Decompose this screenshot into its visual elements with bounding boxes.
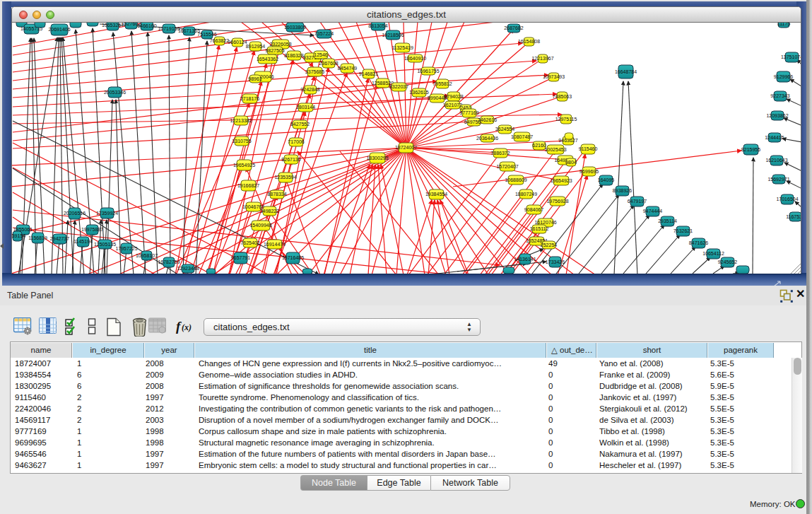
svg-text:12923448: 12923448 bbox=[177, 266, 199, 271]
svg-text:164095: 164095 bbox=[598, 177, 614, 182]
svg-text:2942737: 2942737 bbox=[50, 236, 69, 241]
svg-text:9827505: 9827505 bbox=[265, 48, 284, 53]
svg-text:7462616: 7462616 bbox=[478, 117, 497, 122]
svg-text:7663822: 7663822 bbox=[210, 38, 229, 43]
svg-text:8215955: 8215955 bbox=[741, 147, 760, 152]
svg-text:11175: 11175 bbox=[777, 23, 791, 26]
svg-text:8938926: 8938926 bbox=[613, 188, 632, 193]
svg-text:8427552: 8427552 bbox=[290, 122, 310, 127]
svg-text:252254: 252254 bbox=[541, 243, 557, 247]
svg-text:18724007: 18724007 bbox=[395, 145, 417, 150]
svg-text:12213967: 12213967 bbox=[531, 56, 553, 61]
svg-text:1156819: 1156819 bbox=[28, 235, 47, 240]
svg-text:3375685: 3375685 bbox=[305, 69, 324, 74]
svg-text:20206516: 20206516 bbox=[64, 211, 86, 216]
svg-text:10973493: 10973493 bbox=[543, 74, 565, 79]
svg-text:9657791: 9657791 bbox=[231, 255, 250, 260]
svg-text:7955812: 7955812 bbox=[433, 81, 452, 86]
svg-text:9129966: 9129966 bbox=[774, 74, 793, 79]
svg-text:17016504: 17016504 bbox=[776, 197, 798, 201]
svg-text:8912954: 8912954 bbox=[246, 44, 265, 49]
svg-text:(x): (x) bbox=[182, 322, 192, 332]
svg-text:8471626: 8471626 bbox=[689, 240, 708, 245]
svg-text:19756928: 19756928 bbox=[546, 199, 568, 204]
svg-text:3624554: 3624554 bbox=[495, 127, 514, 132]
svg-text:19166827: 19166827 bbox=[237, 183, 259, 188]
svg-text:f: f bbox=[176, 319, 182, 334]
svg-text:6479197: 6479197 bbox=[628, 199, 647, 204]
svg-text:16543362: 16543362 bbox=[257, 57, 278, 62]
svg-text:9242848: 9242848 bbox=[300, 87, 319, 92]
svg-text:2935114: 2935114 bbox=[658, 218, 677, 223]
svg-text:10653267: 10653267 bbox=[102, 23, 124, 28]
svg-text:98961: 98961 bbox=[248, 76, 262, 81]
svg-text:717006: 717006 bbox=[288, 139, 304, 144]
svg-text:10719155: 10719155 bbox=[158, 26, 180, 31]
svg-text:1615112: 1615112 bbox=[530, 226, 549, 231]
svg-text:2803144: 2803144 bbox=[296, 105, 315, 110]
svg-text:2718176: 2718176 bbox=[240, 96, 259, 101]
svg-text:9146821: 9146821 bbox=[359, 71, 378, 76]
svg-text:16782759: 16782759 bbox=[158, 259, 180, 264]
svg-text:11325419: 11325419 bbox=[392, 45, 413, 50]
svg-text:19384554: 19384554 bbox=[425, 192, 447, 197]
svg-text:15716485: 15716485 bbox=[282, 255, 304, 260]
svg-text:7357224: 7357224 bbox=[314, 31, 334, 36]
svg-text:9777169: 9777169 bbox=[459, 110, 478, 115]
svg-text:9660124: 9660124 bbox=[228, 40, 247, 45]
svg-text:6466160: 6466160 bbox=[137, 23, 156, 28]
svg-text:16648784: 16648784 bbox=[615, 69, 637, 74]
svg-text:15409948: 15409948 bbox=[249, 223, 271, 228]
svg-text:15692971: 15692971 bbox=[767, 177, 789, 182]
svg-text:1362615: 1362615 bbox=[409, 90, 428, 95]
svg-text:12505135: 12505135 bbox=[94, 242, 116, 247]
svg-text:12975115: 12975115 bbox=[555, 117, 577, 122]
svg-text:16210643: 16210643 bbox=[765, 158, 787, 163]
svg-text:6794028: 6794028 bbox=[444, 94, 463, 99]
svg-text:1310755: 1310755 bbox=[232, 139, 251, 144]
svg-text:20053346: 20053346 bbox=[104, 90, 126, 95]
svg-text:12353594: 12353594 bbox=[274, 175, 296, 180]
svg-text:8267130: 8267130 bbox=[281, 157, 300, 162]
svg-text:1167534: 1167534 bbox=[786, 214, 801, 219]
svg-text:2367608: 2367608 bbox=[319, 61, 338, 66]
svg-text:2687682: 2687682 bbox=[504, 25, 523, 30]
svg-text:8454749: 8454749 bbox=[338, 66, 357, 71]
svg-text:10025453: 10025453 bbox=[544, 147, 566, 152]
svg-text:8322037: 8322037 bbox=[389, 84, 408, 89]
svg-text:20691406: 20691406 bbox=[48, 27, 70, 32]
svg-text:8878334: 8878334 bbox=[267, 192, 286, 197]
svg-text:9227343: 9227343 bbox=[770, 93, 789, 98]
svg-text:9699695: 9699695 bbox=[579, 169, 599, 174]
svg-text:9474444: 9474444 bbox=[643, 209, 662, 214]
svg-text:19975887: 19975887 bbox=[81, 227, 103, 232]
svg-text:19654923: 19654923 bbox=[550, 178, 572, 183]
svg-text:17359924: 17359924 bbox=[96, 211, 118, 216]
svg-text:10958107: 10958107 bbox=[136, 253, 158, 258]
svg-text:9084067: 9084067 bbox=[524, 207, 543, 212]
svg-text:13751074: 13751074 bbox=[781, 54, 801, 59]
svg-text:8813054: 8813054 bbox=[368, 23, 387, 28]
svg-text:10688609: 10688609 bbox=[505, 177, 526, 182]
svg-text:9245652: 9245652 bbox=[718, 259, 737, 264]
svg-text:16120746: 16120746 bbox=[534, 220, 556, 225]
svg-text:19654925: 19654925 bbox=[233, 163, 255, 168]
svg-text:8186328: 8186328 bbox=[284, 53, 303, 58]
svg-text:7886372: 7886372 bbox=[490, 151, 510, 156]
svg-text:18807249: 18807249 bbox=[515, 192, 537, 197]
svg-text:1733426: 1733426 bbox=[546, 259, 565, 264]
svg-text:10807487: 10807487 bbox=[511, 134, 533, 139]
svg-text:18300295: 18300295 bbox=[366, 156, 388, 160]
svg-text:18640910: 18640910 bbox=[404, 56, 426, 61]
svg-text:7485063: 7485063 bbox=[553, 94, 572, 99]
svg-text:7632621: 7632621 bbox=[673, 228, 693, 233]
svg-text:14136141: 14136141 bbox=[514, 257, 536, 262]
svg-text:12546: 12546 bbox=[314, 52, 328, 57]
svg-text:19218506: 19218506 bbox=[382, 33, 404, 37]
svg-text:17957225: 17957225 bbox=[115, 246, 137, 251]
svg-text:9804: 9804 bbox=[565, 160, 577, 165]
svg-text:16033809: 16033809 bbox=[284, 25, 306, 30]
svg-text:7625402: 7625402 bbox=[240, 240, 259, 245]
svg-text:1145194: 1145194 bbox=[73, 239, 93, 244]
svg-text:20364436: 20364436 bbox=[476, 136, 498, 141]
